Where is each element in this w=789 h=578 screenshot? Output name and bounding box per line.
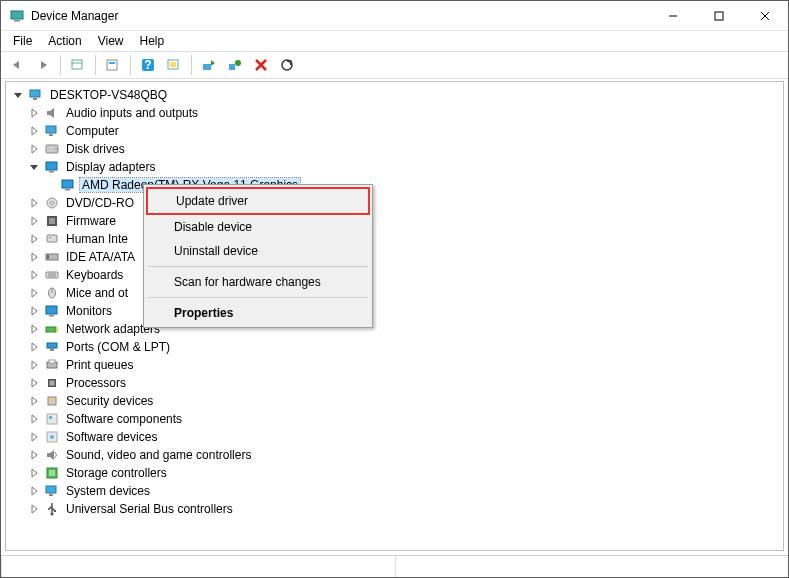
tree-item[interactable]: Computer: [8, 122, 781, 140]
properties-sheet-button[interactable]: [101, 53, 125, 77]
tree-item[interactable]: DVD/CD-RO: [8, 194, 781, 212]
tree-item[interactable]: Network adapters: [8, 320, 781, 338]
computer-icon: [28, 87, 44, 103]
tree-item[interactable]: Security devices: [8, 392, 781, 410]
tree-item[interactable]: Software components: [8, 410, 781, 428]
chevron-right-icon[interactable]: [26, 339, 42, 355]
tree-item-label: Storage controllers: [64, 466, 169, 480]
app-icon: [9, 8, 25, 24]
menu-view[interactable]: View: [90, 32, 132, 50]
context-menu-item[interactable]: Uninstall device: [146, 239, 370, 263]
tree-item[interactable]: Ports (COM & LPT): [8, 338, 781, 356]
chevron-right-icon[interactable]: [26, 213, 42, 229]
toolbar: ?: [1, 51, 788, 79]
chevron-right-icon[interactable]: [26, 249, 42, 265]
toolbar-separator: [95, 55, 96, 75]
scan-hardware-button[interactable]: [275, 53, 299, 77]
context-menu-item[interactable]: Scan for hardware changes: [146, 270, 370, 294]
tree-item[interactable]: Storage controllers: [8, 464, 781, 482]
svg-rect-28: [62, 180, 73, 188]
tree-item[interactable]: Mice and ot: [8, 284, 781, 302]
chevron-right-icon[interactable]: [26, 123, 42, 139]
tree-item[interactable]: AMD Radeon(TM) RX Vega 11 Graphics: [8, 176, 781, 194]
chevron-right-icon[interactable]: [26, 141, 42, 157]
tree-item[interactable]: Human Inte: [8, 230, 781, 248]
context-menu-item[interactable]: Disable device: [146, 215, 370, 239]
keyboard-icon: [44, 267, 60, 283]
chevron-right-icon[interactable]: [26, 105, 42, 121]
chevron-right-icon[interactable]: [26, 267, 42, 283]
svg-rect-55: [49, 416, 52, 419]
chevron-right-icon[interactable]: [26, 447, 42, 463]
show-hidden-button[interactable]: [66, 53, 90, 77]
action-center-button[interactable]: [162, 53, 186, 77]
maximize-button[interactable]: [696, 1, 742, 31]
tree-item[interactable]: Monitors: [8, 302, 781, 320]
menu-file[interactable]: File: [5, 32, 40, 50]
chevron-right-icon[interactable]: [26, 303, 42, 319]
chevron-right-icon[interactable]: [26, 195, 42, 211]
menu-action[interactable]: Action: [40, 32, 89, 50]
monitor-icon: [44, 303, 60, 319]
svg-point-63: [48, 508, 50, 510]
tree-item[interactable]: Display adapters: [8, 158, 781, 176]
tree-item-label: Audio inputs and outputs: [64, 106, 200, 120]
svg-rect-46: [56, 328, 58, 331]
svg-rect-8: [107, 60, 117, 70]
chevron-right-icon[interactable]: [26, 501, 42, 517]
tree-item[interactable]: Software devices: [8, 428, 781, 446]
disable-device-button[interactable]: [249, 53, 273, 77]
context-menu-item[interactable]: Update driver: [146, 187, 370, 215]
tree-root[interactable]: DESKTOP-VS48QBQ: [8, 86, 781, 104]
chevron-right-icon[interactable]: [26, 321, 42, 337]
chevron-down-icon[interactable]: [10, 87, 26, 103]
chevron-right-icon[interactable]: [26, 465, 42, 481]
svg-rect-14: [203, 64, 211, 70]
menu-separator: [148, 266, 368, 267]
tree-panel[interactable]: DESKTOP-VS48QBQAudio inputs and outputsC…: [5, 81, 784, 551]
uninstall-device-button[interactable]: [223, 53, 247, 77]
tree-item[interactable]: Disk drives: [8, 140, 781, 158]
disk-icon: [44, 141, 60, 157]
mouse-icon: [44, 285, 60, 301]
storage-icon: [44, 465, 60, 481]
svg-rect-29: [65, 189, 70, 191]
svg-rect-9: [109, 62, 115, 64]
update-driver-button[interactable]: [197, 53, 221, 77]
tree-item[interactable]: Processors: [8, 374, 781, 392]
svg-point-62: [51, 513, 54, 516]
tree-item[interactable]: IDE ATA/ATA: [8, 248, 781, 266]
tree-item[interactable]: Audio inputs and outputs: [8, 104, 781, 122]
svg-point-57: [50, 435, 54, 439]
tree-item[interactable]: Firmware: [8, 212, 781, 230]
context-menu-item[interactable]: Properties: [146, 301, 370, 325]
chevron-right-icon[interactable]: [26, 357, 42, 373]
tree-item[interactable]: Keyboards: [8, 266, 781, 284]
chevron-right-icon[interactable]: [26, 411, 42, 427]
device-manager-window: Device Manager File Action View Help ? D…: [0, 0, 789, 578]
menu-separator: [148, 297, 368, 298]
audio-icon: [44, 105, 60, 121]
tree-item[interactable]: Sound, video and game controllers: [8, 446, 781, 464]
chevron-right-icon[interactable]: [26, 285, 42, 301]
tree-item[interactable]: Print queues: [8, 356, 781, 374]
chevron-right-icon[interactable]: [26, 375, 42, 391]
svg-rect-38: [46, 272, 58, 278]
back-button[interactable]: [5, 53, 29, 77]
sound-icon: [44, 447, 60, 463]
chevron-right-icon[interactable]: [26, 231, 42, 247]
minimize-button[interactable]: [650, 1, 696, 31]
close-button[interactable]: [742, 1, 788, 31]
titlebar: Device Manager: [1, 1, 788, 31]
svg-rect-23: [49, 134, 53, 136]
chevron-right-icon[interactable]: [26, 429, 42, 445]
tree-item-label: Disk drives: [64, 142, 127, 156]
chevron-right-icon[interactable]: [26, 483, 42, 499]
tree-item[interactable]: System devices: [8, 482, 781, 500]
menu-help[interactable]: Help: [132, 32, 173, 50]
chevron-down-icon[interactable]: [26, 159, 42, 175]
help-button[interactable]: ?: [136, 53, 160, 77]
chevron-right-icon[interactable]: [26, 393, 42, 409]
tree-item[interactable]: Universal Serial Bus controllers: [8, 500, 781, 518]
forward-button[interactable]: [31, 53, 55, 77]
